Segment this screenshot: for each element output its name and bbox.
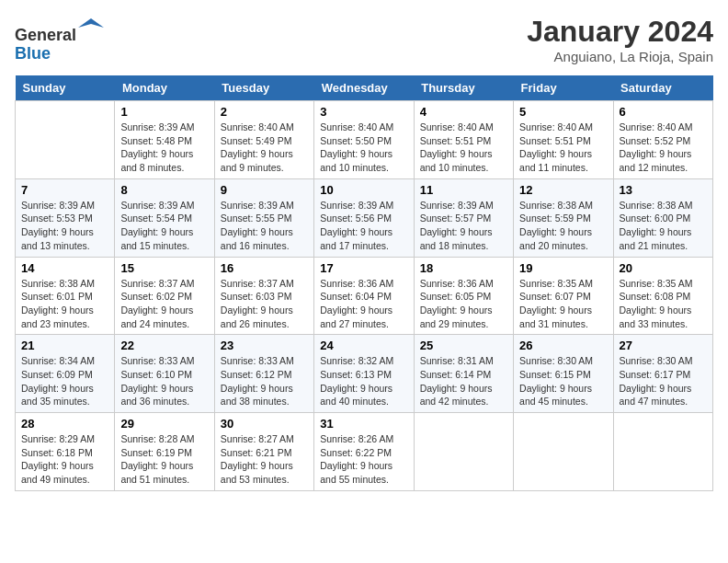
calendar-day-cell: 6Sunrise: 8:40 AM Sunset: 5:52 PM Daylig… [613,101,712,179]
calendar-day-cell: 17Sunrise: 8:36 AM Sunset: 6:04 PM Dayli… [314,257,414,335]
day-detail: Sunrise: 8:27 AM Sunset: 6:21 PM Dayligh… [221,432,308,487]
calendar-day-cell [514,413,613,491]
calendar-day-cell: 5Sunrise: 8:40 AM Sunset: 5:51 PM Daylig… [514,101,613,179]
logo-blue: Blue [15,44,51,63]
calendar-day-cell: 3Sunrise: 8:40 AM Sunset: 5:50 PM Daylig… [314,101,414,179]
day-number: 28 [21,417,108,431]
day-number: 31 [320,417,407,431]
day-detail: Sunrise: 8:40 AM Sunset: 5:52 PM Dayligh… [620,121,707,175]
calendar-day-cell: 21Sunrise: 8:34 AM Sunset: 6:09 PM Dayli… [16,335,115,413]
day-number: 2 [221,105,308,119]
day-number: 26 [519,339,607,352]
day-detail: Sunrise: 8:38 AM Sunset: 5:59 PM Dayligh… [519,199,607,253]
day-detail: Sunrise: 8:39 AM Sunset: 5:56 PM Dayligh… [320,199,407,253]
calendar-day-cell: 23Sunrise: 8:33 AM Sunset: 6:12 PM Dayli… [214,335,313,413]
calendar-week-row: 7Sunrise: 8:39 AM Sunset: 5:53 PM Daylig… [16,178,713,257]
day-detail: Sunrise: 8:37 AM Sunset: 6:03 PM Dayligh… [221,277,308,331]
day-number: 14 [21,261,108,275]
calendar-day-cell: 30Sunrise: 8:27 AM Sunset: 6:21 PM Dayli… [214,413,313,491]
day-number: 5 [519,105,607,119]
day-number: 8 [120,183,208,197]
day-number: 7 [21,183,108,197]
calendar-day-cell: 1Sunrise: 8:39 AM Sunset: 5:48 PM Daylig… [115,101,214,179]
day-detail: Sunrise: 8:38 AM Sunset: 6:00 PM Dayligh… [620,199,707,253]
day-number: 4 [420,105,507,119]
calendar-week-row: 21Sunrise: 8:34 AM Sunset: 6:09 PM Dayli… [16,335,713,413]
weekday-header-cell: Thursday [414,75,513,101]
day-detail: Sunrise: 8:36 AM Sunset: 6:05 PM Dayligh… [420,277,507,331]
day-number: 30 [221,417,308,431]
calendar-week-row: 1Sunrise: 8:39 AM Sunset: 5:48 PM Daylig… [16,101,713,179]
day-number: 16 [221,261,308,275]
day-detail: Sunrise: 8:35 AM Sunset: 6:08 PM Dayligh… [620,277,707,331]
day-number: 29 [120,417,208,431]
calendar-day-cell: 27Sunrise: 8:30 AM Sunset: 6:17 PM Dayli… [613,335,712,413]
day-detail: Sunrise: 8:30 AM Sunset: 6:17 PM Dayligh… [620,354,707,408]
day-detail: Sunrise: 8:40 AM Sunset: 5:49 PM Dayligh… [221,121,308,175]
day-number: 18 [420,261,507,275]
day-detail: Sunrise: 8:28 AM Sunset: 6:19 PM Dayligh… [120,432,208,487]
calendar-day-cell [613,413,712,491]
day-number: 24 [320,339,407,352]
weekday-header-row: SundayMondayTuesdayWednesdayThursdayFrid… [16,75,713,101]
day-number: 25 [420,339,507,352]
day-detail: Sunrise: 8:40 AM Sunset: 5:51 PM Dayligh… [519,121,607,175]
day-detail: Sunrise: 8:36 AM Sunset: 6:04 PM Dayligh… [320,277,407,331]
day-number: 9 [221,183,308,197]
day-detail: Sunrise: 8:39 AM Sunset: 5:55 PM Dayligh… [221,199,308,253]
weekday-header-cell: Friday [514,75,613,101]
day-number: 15 [120,261,208,275]
calendar-day-cell: 28Sunrise: 8:29 AM Sunset: 6:18 PM Dayli… [16,413,115,491]
calendar-day-cell: 16Sunrise: 8:37 AM Sunset: 6:03 PM Dayli… [214,257,313,335]
weekday-header-cell: Sunday [16,75,115,101]
day-number: 12 [519,183,607,197]
day-detail: Sunrise: 8:31 AM Sunset: 6:14 PM Dayligh… [420,354,507,408]
calendar-day-cell: 13Sunrise: 8:38 AM Sunset: 6:00 PM Dayli… [613,178,712,257]
day-detail: Sunrise: 8:39 AM Sunset: 5:53 PM Dayligh… [21,199,108,253]
day-number: 13 [620,183,707,197]
weekday-header-cell: Wednesday [314,75,414,101]
weekday-header-cell: Saturday [613,75,712,101]
calendar-day-cell: 26Sunrise: 8:30 AM Sunset: 6:15 PM Dayli… [514,335,613,413]
calendar-day-cell: 19Sunrise: 8:35 AM Sunset: 6:07 PM Dayli… [514,257,613,335]
calendar-body: 1Sunrise: 8:39 AM Sunset: 5:48 PM Daylig… [16,101,713,491]
calendar-day-cell [414,413,513,491]
day-detail: Sunrise: 8:40 AM Sunset: 5:50 PM Dayligh… [320,121,407,175]
day-detail: Sunrise: 8:34 AM Sunset: 6:09 PM Dayligh… [21,354,108,408]
page-header: General Blue January 2024 Anguiano, La R… [15,15,713,64]
day-detail: Sunrise: 8:39 AM Sunset: 5:57 PM Dayligh… [420,199,507,253]
weekday-header-cell: Monday [115,75,214,101]
calendar-day-cell: 11Sunrise: 8:39 AM Sunset: 5:57 PM Dayli… [414,178,513,257]
logo-general: General [15,26,76,44]
month-year-title: January 2024 [527,15,713,49]
calendar-day-cell [16,101,115,179]
day-detail: Sunrise: 8:32 AM Sunset: 6:13 PM Dayligh… [320,354,407,408]
logo-bird-icon [78,15,104,40]
day-number: 22 [120,339,208,352]
day-number: 17 [320,261,407,275]
day-detail: Sunrise: 8:33 AM Sunset: 6:10 PM Dayligh… [120,354,208,408]
day-detail: Sunrise: 8:33 AM Sunset: 6:12 PM Dayligh… [221,354,308,408]
calendar-day-cell: 14Sunrise: 8:38 AM Sunset: 6:01 PM Dayli… [16,257,115,335]
day-detail: Sunrise: 8:37 AM Sunset: 6:02 PM Dayligh… [120,277,208,331]
calendar-day-cell: 15Sunrise: 8:37 AM Sunset: 6:02 PM Dayli… [115,257,214,335]
calendar-day-cell: 2Sunrise: 8:40 AM Sunset: 5:49 PM Daylig… [214,101,313,179]
weekday-header-cell: Tuesday [214,75,313,101]
calendar-day-cell: 29Sunrise: 8:28 AM Sunset: 6:19 PM Dayli… [115,413,214,491]
day-number: 27 [620,339,707,352]
day-number: 11 [420,183,507,197]
day-detail: Sunrise: 8:40 AM Sunset: 5:51 PM Dayligh… [420,121,507,175]
day-detail: Sunrise: 8:30 AM Sunset: 6:15 PM Dayligh… [519,354,607,408]
day-detail: Sunrise: 8:35 AM Sunset: 6:07 PM Dayligh… [519,277,607,331]
day-number: 19 [519,261,607,275]
day-number: 21 [21,339,108,352]
day-number: 6 [620,105,707,119]
day-detail: Sunrise: 8:38 AM Sunset: 6:01 PM Dayligh… [21,277,108,331]
calendar-day-cell: 10Sunrise: 8:39 AM Sunset: 5:56 PM Dayli… [314,178,414,257]
calendar-week-row: 28Sunrise: 8:29 AM Sunset: 6:18 PM Dayli… [16,413,713,491]
title-area: January 2024 Anguiano, La Rioja, Spain [527,15,713,64]
calendar-table: SundayMondayTuesdayWednesdayThursdayFrid… [15,75,713,491]
calendar-day-cell: 20Sunrise: 8:35 AM Sunset: 6:08 PM Dayli… [613,257,712,335]
day-number: 20 [620,261,707,275]
svg-marker-0 [78,18,104,28]
